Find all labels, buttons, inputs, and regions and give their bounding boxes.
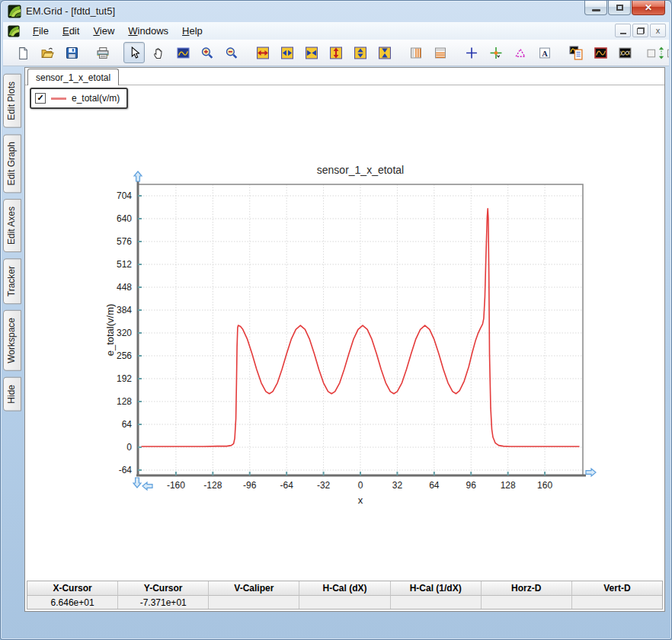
compress-vertical-button[interactable] xyxy=(374,42,395,63)
minimize-icon xyxy=(592,9,600,11)
y-axis-label: e_total(v/m) xyxy=(104,304,116,357)
child-restore-icon xyxy=(637,27,645,34)
horizontal-gridlines-button[interactable] xyxy=(430,42,451,63)
side-tab-edit-plots[interactable]: Edit Plots xyxy=(3,74,21,128)
svg-text:128: 128 xyxy=(117,396,132,407)
svg-text:576: 576 xyxy=(117,236,132,247)
child-close-button[interactable]: x xyxy=(650,24,666,37)
text-annotation-button[interactable]: A xyxy=(534,42,555,63)
side-tab-hide[interactable]: Hide xyxy=(3,377,21,411)
stretch-vertical-button[interactable] xyxy=(325,42,347,63)
close-icon: ✕ xyxy=(645,2,652,13)
fit-vertical-group-button[interactable] xyxy=(645,42,669,63)
caliper-triangle-button[interactable] xyxy=(510,42,531,63)
zoom-region-button[interactable] xyxy=(172,42,194,63)
svg-text:0: 0 xyxy=(126,442,132,453)
tab-sensor-1-x-etotal[interactable]: sensor_1_x_etotal xyxy=(27,69,119,85)
save-file-button[interactable] xyxy=(61,42,82,63)
chart-title: sensor_1_x_etotal xyxy=(317,164,404,176)
status-value-3 xyxy=(299,596,389,609)
svg-text:-32: -32 xyxy=(317,480,331,491)
svg-text:-64: -64 xyxy=(280,480,293,491)
status-col-vert-d: Vert-D xyxy=(571,581,662,596)
side-tab-edit-axes[interactable]: Edit Axes xyxy=(3,199,21,252)
print-button[interactable] xyxy=(92,42,114,63)
child-restore-button[interactable] xyxy=(632,24,648,37)
main-toolbar: ALayou xyxy=(3,40,669,66)
axis-down-arrow[interactable] xyxy=(133,478,141,488)
axis-left-arrow[interactable] xyxy=(142,482,152,490)
crosshair-button[interactable] xyxy=(461,42,482,63)
svg-text:320: 320 xyxy=(117,328,132,338)
title-bar[interactable]: EM.Grid - [fdtd_tut5] ✕ xyxy=(1,1,671,22)
expand-horizontal-button[interactable] xyxy=(277,42,298,63)
plot-window: sensor_1_x_etotal ✓ e_total(v/m) -160-12… xyxy=(24,67,665,612)
axis-right-arrow[interactable] xyxy=(586,469,596,476)
expand-vertical-button[interactable] xyxy=(350,42,371,63)
status-col-x-cursor: X-Cursor xyxy=(27,581,117,596)
stretch-horizontal-button[interactable] xyxy=(252,42,274,63)
menu-file[interactable]: File xyxy=(26,23,56,39)
status-col-y-cursor: Y-Cursor xyxy=(117,581,208,596)
single-plot-button[interactable] xyxy=(590,42,611,63)
menu-view[interactable]: View xyxy=(86,23,121,39)
status-value-0: 6.646e+01 xyxy=(27,596,117,609)
side-tab-tracker[interactable]: Tracker xyxy=(3,258,21,304)
svg-text:128: 128 xyxy=(501,480,516,491)
pan-hand-button[interactable] xyxy=(148,42,169,63)
status-col-h-cal-1-dx-: H-Cal (1/dX) xyxy=(390,581,481,596)
chart-canvas[interactable]: -160-128-96-64-320326496128160-640641281… xyxy=(92,150,626,531)
compress-horizontal-button[interactable] xyxy=(301,42,322,63)
svg-text:A: A xyxy=(542,49,548,57)
cursor-status-table: X-CursorY-CursorV-CaliperH-Cal (dX)H-Cal… xyxy=(27,581,663,610)
svg-text:704: 704 xyxy=(117,190,132,201)
window-title: EM.Grid - [fdtd_tut5] xyxy=(26,5,115,17)
new-document-button[interactable] xyxy=(12,42,34,63)
maximize-button[interactable] xyxy=(608,1,631,15)
menu-help[interactable]: Help xyxy=(175,23,210,39)
menu-windows[interactable]: Windows xyxy=(121,23,175,39)
close-button[interactable]: ✕ xyxy=(632,1,665,15)
open-file-button[interactable] xyxy=(37,42,58,63)
child-minimize-icon xyxy=(620,33,626,34)
edit-legend-button[interactable] xyxy=(565,42,587,63)
svg-text:-96: -96 xyxy=(243,480,257,491)
axis-up-arrow[interactable] xyxy=(134,171,142,181)
zoom-in-button[interactable] xyxy=(197,42,218,63)
svg-text:-160: -160 xyxy=(167,480,185,491)
status-value-5 xyxy=(481,596,571,609)
status-col-v-caliper: V-Caliper xyxy=(208,581,299,596)
minimize-button[interactable] xyxy=(584,1,607,15)
svg-text:512: 512 xyxy=(117,259,132,270)
side-tab-workspace[interactable]: Workspace xyxy=(3,310,21,371)
select-cursor-button[interactable] xyxy=(123,42,145,63)
status-col-horz-d: Horz-D xyxy=(481,581,571,596)
svg-text:192: 192 xyxy=(117,373,132,384)
zoom-out-button[interactable] xyxy=(221,42,242,63)
child-minimize-button[interactable] xyxy=(615,24,631,37)
maximize-icon xyxy=(616,5,623,11)
status-value-6 xyxy=(571,596,662,609)
status-col-h-cal-dx-: H-Cal (dX) xyxy=(299,581,389,596)
legend-box[interactable]: ✓ e_total(v/m) xyxy=(30,88,128,109)
svg-text:0: 0 xyxy=(358,480,363,491)
legend-checkbox[interactable]: ✓ xyxy=(35,93,46,104)
emgrid-logo-icon xyxy=(8,5,21,18)
series-e-total-v-m- xyxy=(142,209,580,446)
svg-text:448: 448 xyxy=(117,282,132,293)
vertical-gridlines-button[interactable] xyxy=(405,42,427,63)
svg-text:96: 96 xyxy=(466,480,477,491)
svg-text:384: 384 xyxy=(117,305,132,315)
status-value-1: -7.371e+01 xyxy=(117,596,208,609)
menu-edit[interactable]: Edit xyxy=(56,23,86,39)
legend-series-label: e_total(v/m) xyxy=(72,93,120,104)
side-tab-edit-graph[interactable]: Edit Graph xyxy=(3,134,21,193)
tracker-button[interactable] xyxy=(485,42,507,63)
multi-plot-button[interactable] xyxy=(614,42,635,63)
svg-text:160: 160 xyxy=(537,480,552,491)
status-value-2 xyxy=(208,596,299,609)
legend-line-sample xyxy=(51,98,66,100)
menu-bar: FileEditViewWindowsHelp x xyxy=(3,22,669,40)
child-window-icon[interactable] xyxy=(8,25,20,37)
x-axis-label: x xyxy=(358,494,363,506)
